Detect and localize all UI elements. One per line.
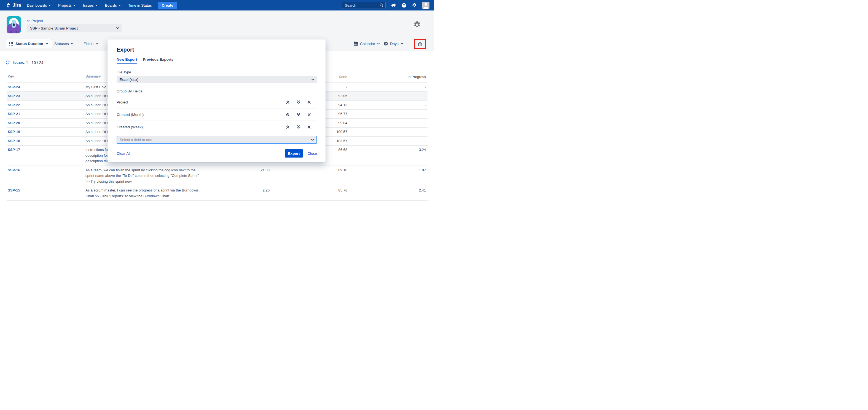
issue-key-link[interactable]: SSP-24: [7, 84, 86, 90]
column-header-key: Key: [7, 74, 86, 80]
calendar-dropdown[interactable]: Calendar: [353, 39, 380, 48]
nav-item[interactable]: Time in Status: [128, 3, 152, 7]
move-to-top-icon[interactable]: [286, 125, 290, 129]
issue-in-progress-value: 1.07: [347, 168, 426, 173]
issue-in-progress-value: 3.24: [347, 147, 426, 153]
export-icon: [418, 41, 422, 46]
chevron-down-icon: [49, 5, 51, 6]
export-modal: Export New Export Previous Exports File …: [107, 39, 326, 162]
issue-key-link[interactable]: SSP-16: [7, 168, 86, 173]
project-section-toggle[interactable]: Project: [27, 19, 43, 23]
eye-icon: [384, 41, 388, 46]
close-link[interactable]: Close: [307, 151, 317, 156]
group-field-label: Project: [117, 100, 128, 104]
nav-item[interactable]: Boards: [105, 3, 121, 7]
tab-new-export[interactable]: New Export: [117, 57, 137, 64]
file-type-label: File Type: [117, 70, 317, 74]
tab-previous-exports[interactable]: Previous Exports: [143, 57, 174, 64]
issue-key-link[interactable]: SSP-22: [7, 102, 86, 108]
grid-icon: [9, 42, 13, 46]
chevron-down-icon: [95, 5, 98, 6]
issue-in-progress-value: -: [347, 111, 426, 117]
chevron-down-icon: [73, 5, 75, 6]
chevron-down-icon: [119, 5, 121, 6]
calendar-label: Calendar: [360, 42, 375, 46]
move-to-bottom-icon[interactable]: [297, 100, 301, 104]
settings-gear-icon[interactable]: [412, 3, 417, 8]
remove-field-icon[interactable]: [307, 113, 311, 116]
jira-logo[interactable]: Jira: [5, 2, 21, 8]
issue-key-link[interactable]: SSP-17: [7, 147, 86, 153]
add-field-select[interactable]: Select a field to add: [117, 136, 317, 144]
issue-summary: As a team, we can finish the sprint by c…: [86, 168, 208, 184]
issue-key-link[interactable]: SSP-18: [7, 138, 86, 144]
project-select-value: SSP - Sample Scrum Project: [30, 26, 78, 30]
statuses-dropdown[interactable]: Statuses: [54, 39, 73, 48]
export-submit-button[interactable]: Export: [285, 149, 303, 157]
top-navbar: Jira Dashboards Projects Issues Boards T…: [0, 0, 434, 10]
page-settings-gear-icon[interactable]: [413, 21, 421, 30]
search-box: [342, 2, 385, 9]
project-avatar: [7, 16, 21, 33]
nav-item-label: Boards: [105, 3, 117, 7]
export-toolbar-button[interactable]: [418, 41, 422, 46]
table-row: SSP-15 As a scrum master, I can see the …: [7, 186, 428, 201]
issue-done-value: 89.10: [270, 168, 347, 173]
nav-item-label: Projects: [58, 3, 72, 7]
move-to-bottom-icon[interactable]: [297, 125, 301, 129]
issue-in-progress-value: -: [347, 102, 426, 108]
chevron-down-icon: [311, 139, 314, 141]
chevron-down-icon: [377, 43, 380, 45]
nav-item[interactable]: Projects: [58, 3, 75, 7]
nav-item-label: Dashboards: [27, 3, 47, 7]
refresh-icon[interactable]: [5, 60, 10, 65]
nav-item-label: Issues: [83, 3, 94, 7]
export-button-highlight: [414, 39, 426, 49]
view-selector-button[interactable]: Status Duration: [6, 39, 52, 48]
file-type-select[interactable]: Excel (xlsx): [117, 76, 317, 83]
search-input[interactable]: [342, 2, 385, 9]
project-section-label: Project: [31, 19, 43, 23]
move-to-top-icon[interactable]: [286, 113, 290, 116]
add-field-placeholder: Select a field to add: [120, 138, 152, 142]
group-by-field-row: Project: [117, 96, 317, 109]
days-dropdown[interactable]: Days: [384, 39, 403, 48]
view-selector-label: Status Duration: [16, 42, 43, 46]
jira-logo-icon: [5, 2, 11, 8]
issue-in-progress-value: -: [347, 93, 426, 99]
group-field-label: Created (Week): [117, 125, 143, 129]
fields-label: Fields: [84, 42, 93, 46]
table-row: SSP-16 As a team, we can finish the spri…: [7, 166, 428, 186]
issue-key-link[interactable]: SSP-19: [7, 129, 86, 135]
clear-all-link[interactable]: Clear All: [117, 151, 130, 156]
issues-count: Issues: 1 - 10 / 24: [13, 60, 43, 65]
group-field-label: Created (Month): [117, 113, 144, 117]
remove-field-icon[interactable]: [307, 100, 311, 104]
modal-title: Export: [117, 47, 317, 53]
project-select[interactable]: SSP - Sample Scrum Project: [27, 24, 122, 32]
remove-field-icon[interactable]: [307, 125, 311, 129]
issue-done-value: 85.76: [270, 187, 347, 194]
chevron-down-icon: [27, 20, 30, 22]
create-button[interactable]: Create: [158, 2, 177, 9]
nav-item[interactable]: Issues: [83, 3, 98, 7]
calendar-icon: [353, 41, 358, 46]
issue-key-link[interactable]: SSP-23: [7, 93, 86, 99]
move-to-bottom-icon[interactable]: [297, 113, 301, 116]
svg-text:?: ?: [403, 4, 405, 7]
group-by-field-row: Created (Month): [117, 109, 317, 121]
user-avatar[interactable]: [422, 2, 430, 9]
move-to-top-icon[interactable]: [286, 100, 290, 104]
nav-item[interactable]: Dashboards: [27, 3, 51, 7]
days-label: Days: [390, 42, 399, 46]
issue-key-link[interactable]: SSP-15: [7, 187, 86, 194]
help-icon[interactable]: ?: [402, 3, 406, 8]
fields-dropdown[interactable]: Fields: [84, 39, 98, 48]
file-type-value: Excel (xlsx): [119, 78, 138, 82]
issue-key-link[interactable]: SSP-20: [7, 120, 86, 126]
group-by-fields-label: Group By Fields: [117, 89, 317, 93]
nav-item-label: Time in Status: [128, 3, 152, 7]
issue-key-link[interactable]: SSP-21: [7, 111, 86, 117]
announcement-icon[interactable]: [391, 3, 396, 7]
chevron-down-icon: [311, 79, 314, 81]
